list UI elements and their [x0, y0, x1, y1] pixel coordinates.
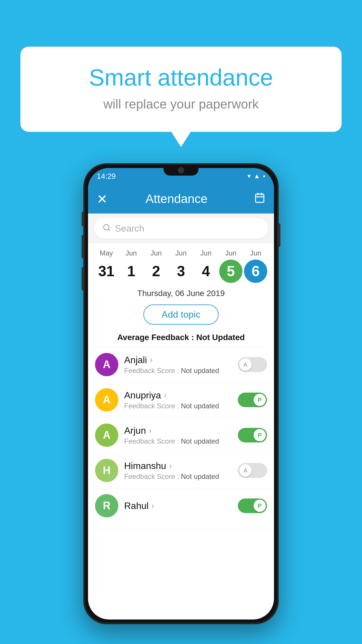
svg-line-5	[108, 229, 110, 230]
chevron-right-icon: ›	[149, 426, 152, 435]
add-topic-button[interactable]: Add topic	[143, 304, 218, 325]
speech-bubble-container: Smart attendance will replace your paper…	[20, 47, 342, 132]
student-info-arjun: Arjun › Feedback Score : Not updated	[124, 425, 232, 445]
toggle-himanshu[interactable]: A	[238, 463, 267, 478]
chevron-right-icon: ›	[169, 461, 172, 470]
student-name-arjun: Arjun	[124, 425, 146, 436]
wifi-icon: ▾	[247, 172, 251, 180]
battery-icon: ▪	[263, 172, 265, 180]
search-icon	[103, 223, 111, 234]
student-info-partial: Rahul ›	[124, 501, 232, 511]
search-placeholder: Search	[115, 223, 144, 234]
calendar-strip: May 31 Jun 1 Jun 2 Jun 3	[88, 243, 274, 283]
chevron-right-icon: ›	[150, 355, 152, 365]
add-topic-container: Add topic	[88, 302, 274, 330]
avatar-anupriya: A	[95, 388, 118, 412]
phone-btn-left-2	[82, 235, 84, 258]
student-info-anupriya: Anupriya › Feedback Score : Not updated	[124, 390, 232, 410]
cal-day-jun1[interactable]: Jun 1	[120, 249, 143, 283]
cal-day-jun6[interactable]: Jun 6	[244, 249, 267, 283]
avatar-arjun: A	[95, 424, 118, 447]
cal-day-jun3[interactable]: Jun 3	[169, 249, 193, 283]
cal-day-jun2[interactable]: Jun 2	[145, 249, 168, 283]
cal-day-may31[interactable]: May 31	[95, 249, 118, 283]
student-item-himanshu[interactable]: H Himanshu › Feedback Score : Not update…	[88, 453, 274, 488]
avatar-partial: R	[95, 494, 118, 517]
avatar-anjali: A	[95, 353, 118, 376]
cal-day-jun5[interactable]: Jun 5	[219, 249, 242, 283]
toggle-anupriya[interactable]: P	[238, 393, 267, 407]
cal-day-jun4[interactable]: Jun 4	[194, 249, 217, 283]
speech-bubble: Smart attendance will replace your paper…	[20, 47, 342, 132]
phone-shell: 14:29 ▾ ▲ ▪ ✕ Attendance	[83, 163, 279, 624]
toggle-arjun[interactable]: P	[238, 428, 267, 442]
toggle-partial[interactable]: P	[238, 498, 267, 513]
chevron-right-icon: ›	[152, 501, 154, 510]
student-name-anjali: Anjali	[124, 355, 147, 365]
background: Smart attendance will replace your paper…	[0, 0, 362, 644]
student-item-arjun[interactable]: A Arjun › Feedback Score : Not updated	[88, 418, 274, 453]
search-bar[interactable]: Search	[94, 218, 268, 239]
phone-camera	[178, 167, 184, 174]
student-item-partial[interactable]: R Rahul › P	[88, 488, 274, 529]
toggle-anjali[interactable]: A	[238, 357, 267, 372]
status-icons: ▾ ▲ ▪	[247, 172, 265, 180]
calendar-icon[interactable]	[254, 192, 265, 206]
speech-bubble-title: Smart attendance	[44, 64, 318, 91]
phone-notch	[164, 165, 198, 176]
status-time: 14:29	[97, 172, 116, 181]
student-item-anjali[interactable]: A Anjali › Feedback Score : Not updated	[88, 347, 274, 382]
student-info-himanshu: Himanshu › Feedback Score : Not updated	[124, 461, 232, 481]
app-bar: ✕ Attendance	[88, 184, 274, 214]
phone-screen: 14:29 ▾ ▲ ▪ ✕ Attendance	[88, 168, 274, 620]
selected-date-label: Thursday, 06 June 2019	[88, 283, 274, 302]
avg-feedback: Average Feedback : Not Updated	[88, 330, 274, 347]
student-list: A Anjali › Feedback Score : Not updated	[88, 347, 274, 529]
avatar-himanshu: H	[95, 459, 118, 482]
search-bar-container: Search	[88, 214, 274, 243]
student-item-anupriya[interactable]: A Anupriya › Feedback Score : Not update…	[88, 382, 274, 418]
student-name-anupriya: Anupriya	[124, 390, 161, 401]
signal-icon: ▲	[254, 172, 260, 180]
student-info-anjali: Anjali › Feedback Score : Not updated	[124, 355, 232, 375]
phone-btn-right	[278, 223, 280, 247]
student-name-himanshu: Himanshu	[124, 461, 166, 471]
student-name-partial: Rahul	[124, 501, 149, 511]
phone-container: 14:29 ▾ ▲ ▪ ✕ Attendance	[83, 163, 279, 624]
app-bar-title: Attendance	[99, 192, 254, 206]
svg-rect-0	[256, 194, 264, 202]
speech-bubble-subtitle: will replace your paperwork	[44, 97, 318, 111]
chevron-right-icon: ›	[164, 391, 166, 400]
phone-btn-left-3	[82, 267, 84, 290]
phone-btn-left-1	[82, 212, 84, 226]
